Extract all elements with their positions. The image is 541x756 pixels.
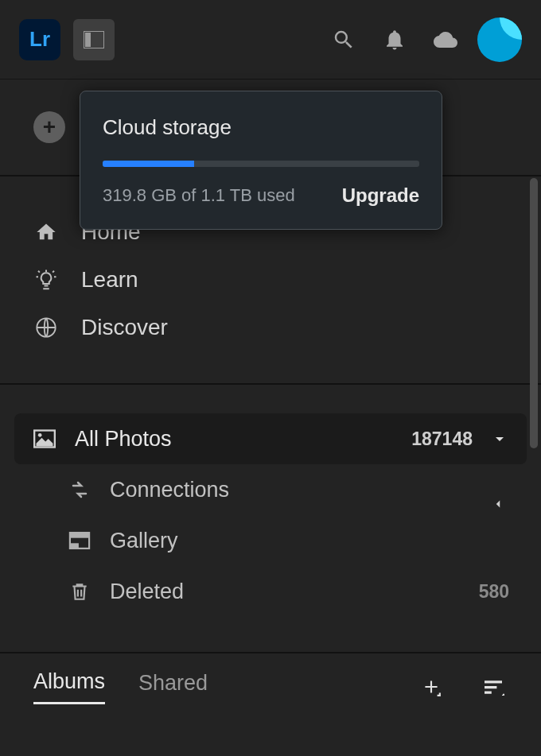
- all-photos-count: 187148: [411, 428, 473, 450]
- all-photos-row[interactable]: All Photos 187148: [14, 413, 527, 464]
- avatar[interactable]: [477, 17, 522, 62]
- chevron-down-icon[interactable]: [490, 429, 509, 448]
- app-logo[interactable]: Lr: [19, 19, 60, 60]
- plus-icon: +: [33, 111, 65, 143]
- nav-item-label: Discover: [81, 315, 168, 340]
- storage-progress-fill: [103, 161, 194, 167]
- gallery-label: Gallery: [110, 529, 509, 553]
- chevron-left-icon: [491, 497, 505, 511]
- lightbulb-icon: [33, 267, 59, 293]
- gallery-icon: [67, 528, 92, 553]
- bell-icon: [383, 28, 407, 52]
- nav-item-discover[interactable]: Discover: [0, 304, 541, 351]
- nav-item-label: Learn: [81, 267, 138, 293]
- svg-rect-6: [70, 533, 89, 538]
- search-icon: [332, 28, 356, 52]
- sort-icon: [482, 678, 504, 696]
- trash-icon: [67, 579, 92, 604]
- svg-rect-7: [70, 543, 79, 549]
- home-icon: [33, 219, 59, 245]
- deleted-row[interactable]: Deleted 580: [49, 566, 527, 617]
- nav-item-learn[interactable]: Learn: [0, 256, 541, 304]
- photos-section: All Photos 187148 Connections Gallery De…: [0, 385, 541, 653]
- album-tabs: Albums Shared: [0, 653, 541, 720]
- cloud-storage-popover: Cloud storage 319.8 GB of 1.1 TB used Up…: [80, 91, 442, 230]
- collapse-panel-chevron[interactable]: [488, 494, 508, 514]
- connections-icon: [67, 477, 92, 502]
- connections-row[interactable]: Connections: [49, 464, 527, 515]
- popover-title: Cloud storage: [103, 115, 419, 140]
- all-photos-label: All Photos: [75, 427, 394, 452]
- plus-icon: [421, 677, 442, 697]
- panel-icon: [84, 31, 104, 48]
- deleted-count: 580: [479, 581, 509, 603]
- connections-label: Connections: [110, 478, 509, 502]
- deleted-label: Deleted: [110, 580, 461, 604]
- globe-icon: [33, 315, 59, 340]
- notifications-button[interactable]: [376, 21, 414, 59]
- panel-toggle-button[interactable]: [73, 19, 115, 60]
- cloud-sync-button[interactable]: [426, 21, 465, 59]
- add-album-button[interactable]: [417, 673, 446, 701]
- tab-shared[interactable]: Shared: [138, 671, 208, 704]
- upgrade-link[interactable]: Upgrade: [342, 184, 419, 207]
- storage-usage-text: 319.8 GB of 1.1 TB used: [103, 185, 295, 206]
- svg-point-4: [38, 433, 42, 437]
- svg-rect-1: [85, 33, 91, 47]
- photos-icon: [32, 426, 57, 452]
- sort-button[interactable]: [479, 673, 508, 701]
- app-header: Lr: [0, 0, 541, 79]
- sub-rows: Connections Gallery Deleted 580: [14, 464, 527, 652]
- scrollbar[interactable]: [530, 178, 538, 448]
- tab-albums[interactable]: Albums: [33, 669, 105, 704]
- gallery-row[interactable]: Gallery: [49, 515, 527, 566]
- storage-progress-bar: [103, 161, 419, 167]
- search-button[interactable]: [325, 21, 363, 59]
- cloud-icon: [430, 28, 461, 52]
